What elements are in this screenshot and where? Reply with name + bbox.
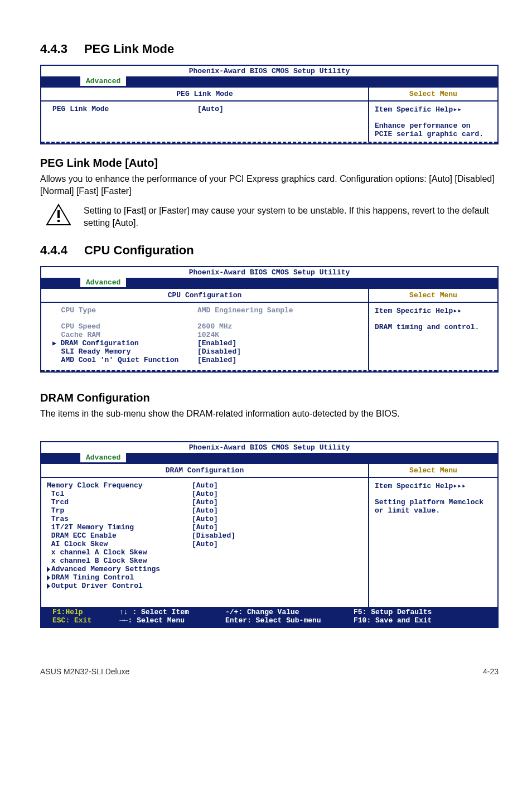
bios-item-value: AMD Engineering Sample [197,306,293,315]
footer-right: 4-23 [483,667,499,676]
bios-item-label: DRAM Timing Control [47,573,192,582]
bios-item-label: SLI Ready Memory [52,347,197,356]
bios-cpu-config-box: Phoenix-Award BIOS CMOS Setup Utility Ad… [40,266,499,373]
bios-help-line2: PCIE serial graphic card. [375,130,492,138]
subheading-peg-link: PEG Link Mode [Auto] [40,157,499,170]
svg-rect-1 [57,210,60,218]
heading-title: PEG Link Mode [84,42,174,56]
key-exit: ESC: Exit [52,616,119,625]
warning-icon [46,204,71,226]
bios-row[interactable]: Tras[Auto] [47,515,364,523]
key-save-exit: F10: Save and Exit [354,616,492,625]
bios-item-value: 1024K [197,331,219,339]
subheading-dram-config: DRAM Configuration [40,392,499,404]
bios-item-label: Tcl [47,490,192,498]
bios-item-label: x channel B Clock Skew [47,557,192,565]
heading-title: CPU Configuration [84,243,194,258]
bios-row[interactable]: Tcl[Auto] [47,490,364,498]
bios-row[interactable]: 1T/2T Memory Timing[Auto] [47,523,364,532]
bios-tab-advanced: Advanced [80,278,126,287]
bios-row[interactable]: Memory Clock Frequency[Auto] [47,481,364,490]
submenu-arrow-icon [47,583,50,589]
svg-rect-2 [57,220,60,222]
bios-row[interactable]: DRAM ECC Enable[Disabled] [47,532,364,540]
bios-row[interactable]: x channel B Clock Skew [47,557,364,565]
bios-row[interactable]: Trp[Auto] [47,506,364,515]
bios-tab-row: Advanced [41,76,497,86]
bios-help-title: Item Specific Help▸▸ [375,306,492,315]
bios-item-label: Cache RAM [52,331,197,339]
text-peg-link-body: Allows you to enhance the performance of… [40,173,499,197]
bios-row[interactable]: Trcd[Auto] [47,498,364,506]
bios-item-label: Trcd [47,498,192,506]
heading-4-4-4: 4.4.4 CPU Configuration [40,243,499,258]
text-dram-body: The items in the sub-menu show the DRAM-… [40,408,499,420]
bios-item-label: Tras [47,515,192,523]
bios-tab-advanced: Advanced [80,76,126,86]
bios-head-right: Select Menu [369,86,497,102]
bios-item-label: AMD Cool 'n' Quiet Function [52,356,197,364]
bios-item-value: [Auto] [197,105,224,113]
heading-4-4-3: 4.4.3 PEG Link Mode [40,42,499,56]
heading-number: 4.4.3 [40,42,67,56]
key-defaults: F5: Setup Defaults [354,608,492,616]
bios-help-line1: Setting platform Memclock [375,498,492,506]
bios-item-value: [Enabled] [197,356,236,364]
key-select-menu: →←: Select Menu [119,616,225,625]
bios-tab-advanced: Advanced [80,453,126,462]
bios-item-value: [Enabled] [197,339,236,347]
warning-text: Setting to [Fast] or [Faster] may cause … [84,204,499,229]
bios-row[interactable]: x channel A Clock Skew [47,548,364,557]
bios-head-left: PEG Link Mode [41,86,369,102]
bios-row[interactable]: Advanced Memeory Settings [47,565,364,573]
bios-item-value: 2600 MHz [197,322,232,331]
bios-help-line1: Enhance performance on [375,122,492,130]
bios-item-label: Advanced Memeory Settings [47,565,192,573]
bios-item-label: Memory Clock Frequency [47,481,192,490]
bios-item-label: Trp [47,506,192,515]
bios-item-value: [Auto] [192,515,218,523]
bios-row[interactable]: AI Clock Skew[Auto] [47,540,364,548]
key-select-item: ↑↓ : Select Item [119,608,225,616]
submenu-arrow-icon [47,575,50,581]
bios-item-label: PEG Link Mode [52,105,197,113]
bios-row: Cache RAM1024K [52,331,364,339]
bios-row[interactable]: ▶ DRAM Configuration[Enabled] [52,339,364,347]
bios-row: CPU Speed2600 MHz [52,322,364,331]
bios-tab-row: Advanced [41,453,497,463]
key-change-value: -/+: Change Value [225,608,354,616]
bios-item-label: x channel A Clock Skew [47,548,192,557]
key-select-sub: Enter: Select Sub-menu [225,616,354,625]
bios-item-value: [Auto] [192,540,218,548]
page-footer: ASUS M2N32-SLI Deluxe 4-23 [40,667,499,676]
bios-help-title: Item Specific Help▸▸▸ [375,481,492,490]
bios-head-left: DRAM Configuration [41,463,369,478]
key-help: F1:Help [52,608,119,616]
bios-item-label: Output Driver Control [47,582,192,590]
bios-row-peg-link[interactable]: PEG Link Mode [Auto] [52,105,364,113]
warning-note: Setting to [Fast] or [Faster] may cause … [46,204,499,229]
bios-item-value: [Auto] [192,481,218,490]
bios-item-label: CPU Type [52,306,197,315]
bios-item-value: [Auto] [192,506,218,515]
submenu-arrow-icon [47,567,50,572]
footer-left: ASUS M2N32-SLI Deluxe [40,667,129,676]
bios-row[interactable]: Output Driver Control [47,582,364,590]
bios-row[interactable]: AMD Cool 'n' Quiet Function[Enabled] [52,356,364,364]
bios-head-right: Select Menu [369,463,497,478]
bios-item-label: 1T/2T Memory Timing [47,523,192,532]
bios-tab-row: Advanced [41,278,497,288]
bios-help-body: DRAM timing and control. [375,323,492,331]
bios-help-line2: or limit value. [375,506,492,515]
bios-row[interactable]: DRAM Timing Control [47,573,364,582]
bios-item-value: [Auto] [192,498,218,506]
bios-row: CPU TypeAMD Engineering Sample [52,306,364,315]
bios-item-label: AI Clock Skew [47,540,192,548]
bios-item-value: [Disabled] [197,347,241,356]
bios-item-label: ▶ DRAM Configuration [52,339,197,347]
bios-row[interactable]: SLI Ready Memory[Disabled] [52,347,364,356]
bios-item-label: CPU Speed [52,322,197,331]
bios-head-left: CPU Configuration [41,288,369,303]
bios-item-value: [Disabled] [192,532,235,540]
bios-key-bar: F1:Help ESC: Exit ↑↓ : Select Item →←: S… [41,607,497,627]
